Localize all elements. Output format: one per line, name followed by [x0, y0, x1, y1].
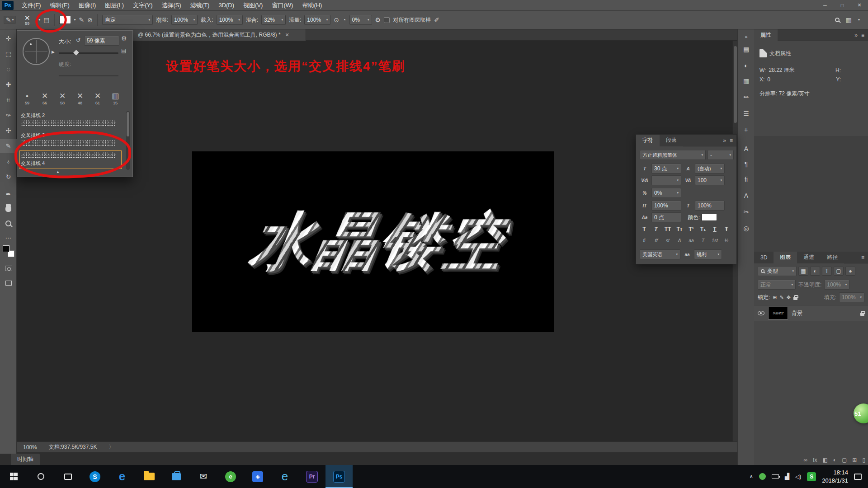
filter-adjustment-icon[interactable]: ◐ — [810, 267, 820, 276]
blend-mode-select[interactable]: 正常 ▾ — [758, 280, 796, 290]
expand-panels-icon[interactable]: « — [738, 30, 755, 43]
wand-tool-icon[interactable]: ✚ — [0, 78, 17, 91]
tab-properties[interactable]: 属性 — [754, 29, 778, 41]
alt-ligatures-button[interactable]: ﬀ — [651, 237, 660, 244]
info-panel-icon[interactable]: ⌗ — [738, 123, 755, 136]
network-signal-icon[interactable]: ▟ — [785, 473, 789, 480]
close-button[interactable]: ✕ — [851, 0, 868, 11]
clone-stamp-tool-icon[interactable]: ♁ — [0, 155, 17, 168]
crop-tool-icon[interactable]: ⌗ — [0, 93, 17, 107]
history-brush-tool-icon[interactable]: ↻ — [0, 170, 17, 183]
brush-tip-3[interactable]: ✕48 — [72, 89, 88, 108]
smoothing-icon[interactable]: ◔ — [342, 17, 346, 23]
airbrush-icon[interactable]: ⊙ — [334, 17, 339, 23]
menu-help[interactable]: 帮助(H) — [297, 0, 326, 11]
fractions-button[interactable]: ½ — [722, 237, 731, 244]
tool-preset-picker[interactable]: ✎ ▾ — [4, 16, 16, 24]
tab-channels[interactable]: 通道 — [797, 252, 821, 263]
color-swatches[interactable] — [0, 244, 17, 259]
minimize-button[interactable]: ─ — [816, 0, 834, 11]
taskbar-app-edge[interactable]: e — [108, 465, 136, 488]
eyedropper-tool-icon[interactable]: ✑ — [0, 108, 17, 122]
scrollbar-thumb[interactable] — [127, 112, 129, 136]
menu-layer[interactable]: 图层(L) — [100, 0, 128, 11]
hand-tool-icon[interactable] — [0, 202, 17, 216]
opacity-field[interactable]: 100% ▾ — [824, 280, 849, 290]
layer-filter-select[interactable]: 类型 ▾ — [758, 266, 797, 276]
timeline-tab[interactable]: 时间轴 — [11, 454, 40, 465]
lock-position-icon[interactable]: ✥ — [787, 295, 791, 300]
action-center-icon[interactable] — [854, 474, 862, 480]
tray-security-icon[interactable] — [759, 473, 766, 480]
drag-handle-icon[interactable]: ▲ — [56, 170, 60, 174]
new-group-icon[interactable]: ▢ — [842, 457, 847, 463]
brush-tip-5[interactable]: ▥15 — [107, 89, 123, 108]
faux-bold-button[interactable]: T — [640, 225, 649, 233]
pen-tool-icon[interactable]: ✒ — [0, 188, 17, 201]
lock-all-icon[interactable] — [793, 297, 797, 300]
taskbar-app-photoshop[interactable]: Ps — [326, 465, 353, 488]
edit-toolbar-icon[interactable]: ⋯ — [0, 231, 17, 244]
all-caps-button[interactable]: TT — [663, 225, 672, 233]
link-layers-icon[interactable]: ∞ — [803, 457, 807, 463]
clean-brush-icon[interactable]: ⊘ — [87, 17, 93, 23]
battery-icon[interactable] — [772, 474, 779, 479]
horizontal-scale-field[interactable]: 100% — [695, 201, 725, 211]
brush-size-slider[interactable] — [59, 52, 118, 54]
ligatures-button[interactable]: fi — [640, 237, 649, 244]
taskbar-app-store[interactable] — [163, 465, 190, 488]
character-panel-icon[interactable]: A — [738, 142, 755, 155]
language-select[interactable]: 美国英语 ▾ — [640, 249, 680, 259]
ratio-spacing-select[interactable]: 0% ▾ — [651, 188, 681, 198]
pressure-size-icon[interactable]: ✐ — [434, 17, 439, 23]
brush-tip-4[interactable]: ✕61 — [90, 89, 106, 108]
menu-image[interactable]: 图像(I) — [74, 0, 100, 11]
chevron-down-icon[interactable]: ▾ — [38, 18, 40, 22]
clone-source-panel-icon[interactable]: ☰ — [738, 107, 755, 120]
brush-size-field[interactable]: 59 像素 — [84, 36, 119, 46]
fill-field[interactable]: 100% ▾ — [839, 292, 864, 302]
strikethrough-button[interactable]: Ŧ — [722, 225, 731, 233]
screen-mode-icon[interactable] — [0, 276, 17, 290]
tab-layers[interactable]: 图层 — [774, 252, 797, 263]
taskbar-app-green-browser[interactable]: e — [217, 465, 244, 488]
slider-thumb[interactable] — [73, 50, 79, 56]
menu-filter[interactable]: 滤镜(T) — [186, 0, 214, 11]
faux-italic-button[interactable]: T — [651, 225, 660, 233]
reset-size-icon[interactable]: ↺ — [76, 38, 80, 43]
filter-type-icon[interactable]: T — [822, 267, 832, 276]
brush-settings-panel-toggle-icon[interactable]: ▤ — [43, 17, 49, 23]
vertical-scale-field[interactable]: 100% — [651, 201, 681, 211]
brush-list-scrollbar[interactable] — [126, 111, 130, 170]
font-size-select[interactable]: 30 点 ▾ — [651, 164, 681, 174]
stylistic-alt-button[interactable]: A — [675, 237, 684, 244]
filter-pixel-icon[interactable]: ▦ — [798, 267, 808, 276]
zoom-level[interactable]: 100% — [23, 444, 37, 450]
filter-smart-icon[interactable]: ● — [845, 267, 855, 276]
font-family-select[interactable]: 方正超粗黑简体 ▾ — [640, 150, 706, 160]
taskbar-app-file-explorer[interactable] — [136, 465, 163, 488]
menu-view[interactable]: 视图(V) — [239, 0, 267, 11]
workspace-switcher-icon[interactable]: ▦ — [846, 17, 852, 23]
marquee-tool-icon[interactable]: ⬚ — [0, 47, 17, 61]
lock-transparency-icon[interactable]: ⊞ — [773, 295, 777, 300]
taskbar-app-skype[interactable]: S — [81, 465, 108, 488]
layer-row-background[interactable]: 水晶镂空 背景 — [754, 305, 868, 321]
smoothing-options-gear-icon[interactable]: ⚙ — [375, 17, 381, 23]
ordinals-button[interactable]: 1st — [710, 237, 719, 244]
tab-paths[interactable]: 路径 — [821, 252, 844, 263]
leading-select[interactable]: (自动) ▾ — [695, 164, 725, 174]
collapse-icon[interactable]: » — [854, 32, 858, 38]
x-value[interactable]: 0 — [767, 76, 770, 83]
search-icon[interactable] — [835, 18, 840, 22]
lasso-tool-icon[interactable]: ◌ — [0, 62, 17, 76]
zoom-tool-icon[interactable] — [0, 216, 17, 230]
quick-mask-icon[interactable] — [0, 262, 17, 275]
tab-3d[interactable]: 3D — [754, 252, 774, 263]
measure-panel-icon[interactable]: ✂ — [738, 206, 755, 218]
brush-angle-control[interactable] — [23, 38, 50, 65]
brush-list-item[interactable]: 交叉排线 3 — [21, 132, 120, 147]
flow-field[interactable]: 100% ▾ — [304, 15, 330, 25]
taskbar-clock[interactable]: 18:14 2018/1/31 — [822, 469, 848, 484]
brush-tip-1[interactable]: ✕66 — [37, 89, 53, 108]
